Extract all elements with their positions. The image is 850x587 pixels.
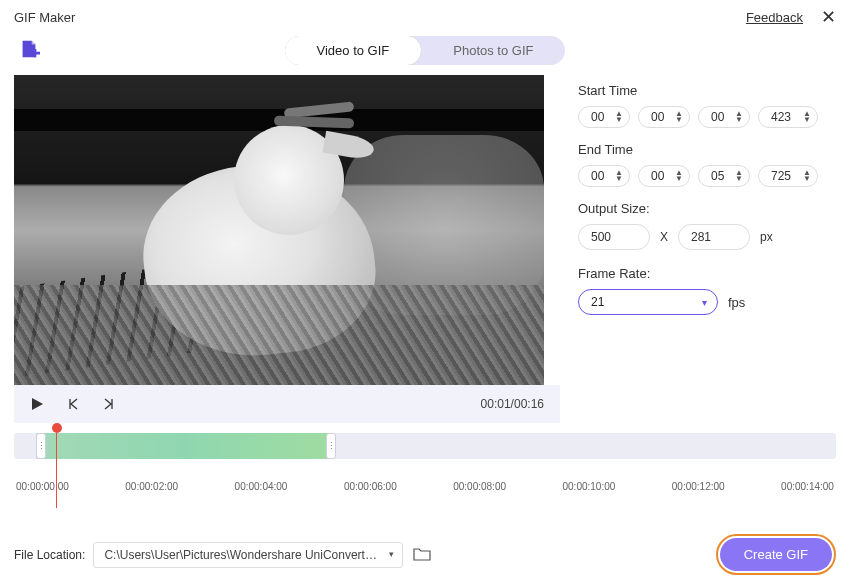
folder-icon[interactable]	[413, 546, 431, 564]
play-icon[interactable]	[30, 397, 44, 411]
tick-label: 00:00:06:00	[344, 481, 397, 492]
window-title: GIF Maker	[14, 10, 75, 25]
output-height-input[interactable]: 281	[678, 224, 750, 250]
end-hours-stepper[interactable]: 00▲▼	[578, 165, 630, 187]
prev-frame-icon[interactable]	[66, 397, 80, 411]
size-separator: X	[660, 230, 668, 244]
app-logo-icon	[18, 38, 40, 64]
create-gif-button[interactable]: Create GIF	[720, 538, 832, 571]
output-size-label: Output Size:	[578, 201, 836, 216]
output-width-input[interactable]: 500	[578, 224, 650, 250]
frame-rate-label: Frame Rate:	[578, 266, 836, 281]
size-unit: px	[760, 230, 773, 244]
start-hours-stepper[interactable]: 00▲▼	[578, 106, 630, 128]
tick-label: 00:00:12:00	[672, 481, 725, 492]
end-minutes-stepper[interactable]: 00▲▼	[638, 165, 690, 187]
mode-tabs: Video to GIF Photos to GIF	[0, 36, 850, 65]
frame-rate-unit: fps	[728, 295, 745, 310]
file-location-value: C:\Users\User\Pictures\Wondershare UniCo…	[104, 548, 403, 562]
next-frame-icon[interactable]	[102, 397, 116, 411]
feedback-link[interactable]: Feedback	[746, 10, 803, 25]
timeline-ticks: 00:00:00:00 00:00:02:00 00:00:04:00 00:0…	[14, 481, 836, 492]
start-time-label: Start Time	[578, 83, 836, 98]
start-minutes-stepper[interactable]: 00▲▼	[638, 106, 690, 128]
trim-end-handle[interactable]: ⋮	[326, 433, 336, 459]
playback-time: 00:01/00:16	[481, 397, 544, 411]
tab-video-to-gif[interactable]: Video to GIF	[285, 36, 423, 65]
start-ms-value: 423	[771, 110, 791, 124]
start-minutes-value: 00	[651, 110, 664, 124]
tab-photos-to-gif[interactable]: Photos to GIF	[421, 36, 565, 65]
start-seconds-value: 00	[711, 110, 724, 124]
end-time-label: End Time	[578, 142, 836, 157]
tick-label: 00:00:14:00	[781, 481, 834, 492]
tick-label: 00:00:10:00	[562, 481, 615, 492]
frame-rate-value: 21	[591, 295, 604, 309]
end-seconds-value: 05	[711, 169, 724, 183]
end-hours-value: 00	[591, 169, 604, 183]
tick-label: 00:00:02:00	[125, 481, 178, 492]
tick-label: 00:00:04:00	[235, 481, 288, 492]
chevron-down-icon: ▾	[389, 549, 394, 559]
end-seconds-stepper[interactable]: 05▲▼	[698, 165, 750, 187]
start-ms-stepper[interactable]: 423▲▼	[758, 106, 818, 128]
start-seconds-stepper[interactable]: 00▲▼	[698, 106, 750, 128]
video-preview[interactable]	[14, 75, 544, 385]
start-hours-value: 00	[591, 110, 604, 124]
svg-rect-1	[34, 49, 37, 57]
file-location-label: File Location:	[14, 548, 85, 562]
end-ms-value: 725	[771, 169, 791, 183]
tick-label: 00:00:08:00	[453, 481, 506, 492]
file-location-path[interactable]: C:\Users\User\Pictures\Wondershare UniCo…	[93, 542, 403, 568]
end-ms-stepper[interactable]: 725▲▼	[758, 165, 818, 187]
close-icon[interactable]: ✕	[821, 6, 836, 28]
frame-rate-select[interactable]: 21 ▾	[578, 289, 718, 315]
timeline-track[interactable]: ⋮ ⋮	[14, 433, 836, 459]
timeline-selection[interactable]	[36, 433, 334, 459]
chevron-down-icon: ▾	[702, 297, 707, 308]
playhead[interactable]	[52, 423, 62, 508]
trim-start-handle[interactable]: ⋮	[36, 433, 46, 459]
end-minutes-value: 00	[651, 169, 664, 183]
